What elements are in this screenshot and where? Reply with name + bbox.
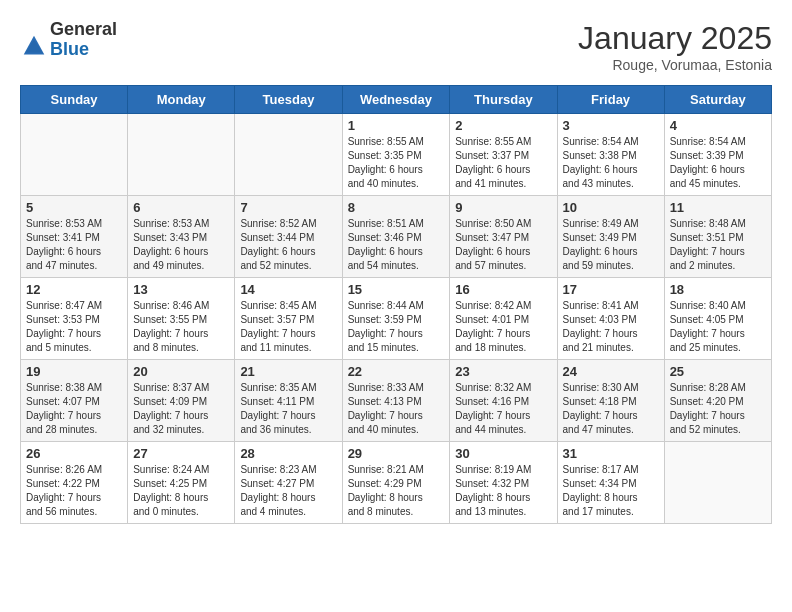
- calendar-cell: 28Sunrise: 8:23 AMSunset: 4:27 PMDayligh…: [235, 442, 342, 524]
- week-row-0: 1Sunrise: 8:55 AMSunset: 3:35 PMDaylight…: [21, 114, 772, 196]
- calendar-cell: 9Sunrise: 8:50 AMSunset: 3:47 PMDaylight…: [450, 196, 557, 278]
- day-number: 31: [563, 446, 659, 461]
- day-number: 17: [563, 282, 659, 297]
- subtitle: Rouge, Vorumaa, Estonia: [578, 57, 772, 73]
- day-number: 10: [563, 200, 659, 215]
- day-number: 13: [133, 282, 229, 297]
- calendar-cell: 16Sunrise: 8:42 AMSunset: 4:01 PMDayligh…: [450, 278, 557, 360]
- day-number: 26: [26, 446, 122, 461]
- day-number: 7: [240, 200, 336, 215]
- day-number: 30: [455, 446, 551, 461]
- calendar-cell: 24Sunrise: 8:30 AMSunset: 4:18 PMDayligh…: [557, 360, 664, 442]
- day-info: Sunrise: 8:44 AMSunset: 3:59 PMDaylight:…: [348, 299, 445, 355]
- week-row-4: 26Sunrise: 8:26 AMSunset: 4:22 PMDayligh…: [21, 442, 772, 524]
- calendar-cell: 11Sunrise: 8:48 AMSunset: 3:51 PMDayligh…: [664, 196, 771, 278]
- calendar-cell: 30Sunrise: 8:19 AMSunset: 4:32 PMDayligh…: [450, 442, 557, 524]
- calendar-cell: 29Sunrise: 8:21 AMSunset: 4:29 PMDayligh…: [342, 442, 450, 524]
- day-info: Sunrise: 8:48 AMSunset: 3:51 PMDaylight:…: [670, 217, 766, 273]
- day-number: 5: [26, 200, 122, 215]
- logo-blue: Blue: [50, 40, 117, 60]
- day-info: Sunrise: 8:30 AMSunset: 4:18 PMDaylight:…: [563, 381, 659, 437]
- calendar-cell: 22Sunrise: 8:33 AMSunset: 4:13 PMDayligh…: [342, 360, 450, 442]
- calendar-cell: [664, 442, 771, 524]
- day-info: Sunrise: 8:38 AMSunset: 4:07 PMDaylight:…: [26, 381, 122, 437]
- day-number: 11: [670, 200, 766, 215]
- calendar-cell: 8Sunrise: 8:51 AMSunset: 3:46 PMDaylight…: [342, 196, 450, 278]
- day-info: Sunrise: 8:28 AMSunset: 4:20 PMDaylight:…: [670, 381, 766, 437]
- calendar-cell: 26Sunrise: 8:26 AMSunset: 4:22 PMDayligh…: [21, 442, 128, 524]
- calendar-cell: [21, 114, 128, 196]
- day-number: 14: [240, 282, 336, 297]
- day-header-thursday: Thursday: [450, 86, 557, 114]
- day-number: 20: [133, 364, 229, 379]
- day-number: 18: [670, 282, 766, 297]
- day-info: Sunrise: 8:53 AMSunset: 3:43 PMDaylight:…: [133, 217, 229, 273]
- calendar-cell: 19Sunrise: 8:38 AMSunset: 4:07 PMDayligh…: [21, 360, 128, 442]
- svg-marker-1: [26, 39, 43, 52]
- day-number: 27: [133, 446, 229, 461]
- day-number: 16: [455, 282, 551, 297]
- day-info: Sunrise: 8:52 AMSunset: 3:44 PMDaylight:…: [240, 217, 336, 273]
- calendar-cell: 6Sunrise: 8:53 AMSunset: 3:43 PMDaylight…: [128, 196, 235, 278]
- day-info: Sunrise: 8:47 AMSunset: 3:53 PMDaylight:…: [26, 299, 122, 355]
- calendar-cell: 5Sunrise: 8:53 AMSunset: 3:41 PMDaylight…: [21, 196, 128, 278]
- day-number: 8: [348, 200, 445, 215]
- day-info: Sunrise: 8:40 AMSunset: 4:05 PMDaylight:…: [670, 299, 766, 355]
- logo: General Blue: [20, 20, 117, 60]
- day-header-tuesday: Tuesday: [235, 86, 342, 114]
- day-number: 29: [348, 446, 445, 461]
- day-info: Sunrise: 8:51 AMSunset: 3:46 PMDaylight:…: [348, 217, 445, 273]
- title-section: January 2025 Rouge, Vorumaa, Estonia: [578, 20, 772, 73]
- calendar: SundayMondayTuesdayWednesdayThursdayFrid…: [20, 85, 772, 524]
- day-info: Sunrise: 8:32 AMSunset: 4:16 PMDaylight:…: [455, 381, 551, 437]
- day-info: Sunrise: 8:26 AMSunset: 4:22 PMDaylight:…: [26, 463, 122, 519]
- calendar-cell: 17Sunrise: 8:41 AMSunset: 4:03 PMDayligh…: [557, 278, 664, 360]
- day-info: Sunrise: 8:19 AMSunset: 4:32 PMDaylight:…: [455, 463, 551, 519]
- day-header-saturday: Saturday: [664, 86, 771, 114]
- day-header-monday: Monday: [128, 86, 235, 114]
- calendar-cell: 31Sunrise: 8:17 AMSunset: 4:34 PMDayligh…: [557, 442, 664, 524]
- calendar-cell: 13Sunrise: 8:46 AMSunset: 3:55 PMDayligh…: [128, 278, 235, 360]
- day-info: Sunrise: 8:55 AMSunset: 3:35 PMDaylight:…: [348, 135, 445, 191]
- day-number: 19: [26, 364, 122, 379]
- calendar-cell: [235, 114, 342, 196]
- calendar-cell: 2Sunrise: 8:55 AMSunset: 3:37 PMDaylight…: [450, 114, 557, 196]
- day-number: 2: [455, 118, 551, 133]
- day-info: Sunrise: 8:21 AMSunset: 4:29 PMDaylight:…: [348, 463, 445, 519]
- calendar-cell: 21Sunrise: 8:35 AMSunset: 4:11 PMDayligh…: [235, 360, 342, 442]
- calendar-cell: [128, 114, 235, 196]
- day-number: 22: [348, 364, 445, 379]
- calendar-cell: 18Sunrise: 8:40 AMSunset: 4:05 PMDayligh…: [664, 278, 771, 360]
- day-header-friday: Friday: [557, 86, 664, 114]
- day-info: Sunrise: 8:50 AMSunset: 3:47 PMDaylight:…: [455, 217, 551, 273]
- day-number: 25: [670, 364, 766, 379]
- day-info: Sunrise: 8:53 AMSunset: 3:41 PMDaylight:…: [26, 217, 122, 273]
- calendar-cell: 15Sunrise: 8:44 AMSunset: 3:59 PMDayligh…: [342, 278, 450, 360]
- day-info: Sunrise: 8:49 AMSunset: 3:49 PMDaylight:…: [563, 217, 659, 273]
- day-number: 24: [563, 364, 659, 379]
- week-row-3: 19Sunrise: 8:38 AMSunset: 4:07 PMDayligh…: [21, 360, 772, 442]
- calendar-cell: 12Sunrise: 8:47 AMSunset: 3:53 PMDayligh…: [21, 278, 128, 360]
- page: General Blue January 2025 Rouge, Vorumaa…: [0, 0, 792, 534]
- calendar-cell: 20Sunrise: 8:37 AMSunset: 4:09 PMDayligh…: [128, 360, 235, 442]
- day-number: 6: [133, 200, 229, 215]
- day-info: Sunrise: 8:17 AMSunset: 4:34 PMDaylight:…: [563, 463, 659, 519]
- calendar-cell: 14Sunrise: 8:45 AMSunset: 3:57 PMDayligh…: [235, 278, 342, 360]
- month-title: January 2025: [578, 20, 772, 57]
- day-number: 12: [26, 282, 122, 297]
- day-info: Sunrise: 8:42 AMSunset: 4:01 PMDaylight:…: [455, 299, 551, 355]
- week-row-2: 12Sunrise: 8:47 AMSunset: 3:53 PMDayligh…: [21, 278, 772, 360]
- day-info: Sunrise: 8:54 AMSunset: 3:38 PMDaylight:…: [563, 135, 659, 191]
- day-number: 23: [455, 364, 551, 379]
- logo-general: General: [50, 20, 117, 40]
- calendar-cell: 27Sunrise: 8:24 AMSunset: 4:25 PMDayligh…: [128, 442, 235, 524]
- day-number: 15: [348, 282, 445, 297]
- calendar-cell: 23Sunrise: 8:32 AMSunset: 4:16 PMDayligh…: [450, 360, 557, 442]
- day-header-sunday: Sunday: [21, 86, 128, 114]
- day-info: Sunrise: 8:23 AMSunset: 4:27 PMDaylight:…: [240, 463, 336, 519]
- header-row: SundayMondayTuesdayWednesdayThursdayFrid…: [21, 86, 772, 114]
- header: General Blue January 2025 Rouge, Vorumaa…: [20, 20, 772, 73]
- day-info: Sunrise: 8:37 AMSunset: 4:09 PMDaylight:…: [133, 381, 229, 437]
- calendar-cell: 1Sunrise: 8:55 AMSunset: 3:35 PMDaylight…: [342, 114, 450, 196]
- day-number: 21: [240, 364, 336, 379]
